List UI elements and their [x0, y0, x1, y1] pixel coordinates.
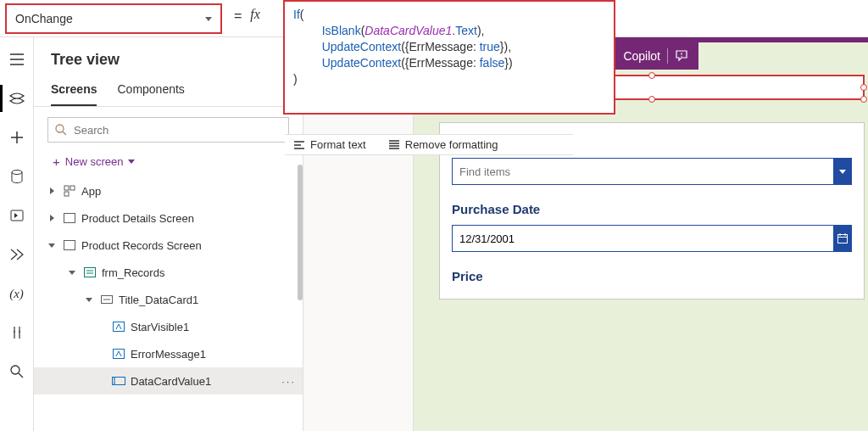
left-icon-rail: (x) — [0, 37, 34, 431]
screen-icon — [63, 211, 76, 225]
hamburger-icon[interactable] — [8, 51, 25, 68]
svg-point-3 — [56, 125, 64, 132]
tree-node-app[interactable]: App — [34, 177, 303, 204]
equals-label: = — [234, 8, 242, 24]
data-icon[interactable] — [8, 168, 25, 185]
search-icon[interactable] — [8, 363, 25, 380]
svg-point-0 — [12, 171, 22, 175]
svg-rect-7 — [64, 214, 75, 223]
dropdown-button[interactable] — [833, 159, 852, 184]
tree-list: App Product Details Screen Product Recor… — [34, 177, 303, 431]
tab-components[interactable]: Components — [117, 77, 184, 106]
search-icon — [55, 124, 67, 136]
formula-bar[interactable]: If( IsBlank(DataCardValue1.Text), Update… — [283, 0, 615, 115]
remove-format-icon — [388, 139, 400, 151]
tools-icon[interactable] — [8, 324, 25, 341]
tree-node-more-icon[interactable]: ··· — [281, 375, 296, 388]
insert-icon[interactable] — [8, 129, 25, 146]
manufacturer-input[interactable] — [459, 165, 828, 178]
media-icon[interactable] — [8, 207, 25, 224]
tree-tabs: Screens Components — [34, 77, 303, 107]
tree-search[interactable] — [47, 117, 289, 143]
svg-rect-9 — [85, 268, 96, 277]
fx-label: fx — [250, 7, 260, 22]
tree-node-datacardvalue1[interactable]: DataCardValue1 ··· — [34, 367, 303, 395]
variables-icon[interactable]: (x) — [8, 285, 25, 302]
svg-rect-4 — [64, 186, 69, 190]
chevron-down-icon — [128, 160, 135, 164]
calendar-icon — [837, 233, 848, 243]
resize-handle[interactable] — [648, 72, 655, 79]
chevron-down-icon — [205, 17, 212, 21]
formula-text[interactable]: If( IsBlank(DataCardValue1.Text), Update… — [285, 2, 614, 113]
svg-rect-6 — [64, 192, 69, 196]
svg-rect-15 — [838, 235, 848, 243]
remove-formatting-button[interactable]: Remove formatting — [388, 138, 498, 151]
resize-handle[interactable] — [648, 96, 655, 103]
tree-scrollbar[interactable] — [298, 165, 303, 300]
tree-node-frm-records[interactable]: frm_Records — [34, 259, 303, 286]
tree-view-panel: Tree view Screens Components + New scree… — [34, 37, 303, 431]
price-label: Price — [452, 269, 852, 283]
tree-view-title: Tree view — [34, 51, 303, 77]
label-icon — [112, 347, 125, 361]
formula-action-bar: Format text Remove formatting — [285, 134, 573, 155]
new-screen-button[interactable]: + New screen — [34, 149, 303, 177]
svg-rect-5 — [70, 186, 75, 190]
tree-view-icon[interactable] — [8, 90, 25, 107]
property-dropdown-value: OnChange — [15, 12, 73, 25]
svg-rect-8 — [64, 241, 75, 250]
svg-point-2 — [11, 366, 19, 374]
manufacturer-combobox[interactable] — [452, 158, 852, 185]
feedback-icon[interactable] — [675, 49, 688, 63]
property-dropdown[interactable]: OnChange — [5, 3, 222, 34]
tree-node-error-message[interactable]: ErrorMessage1 — [34, 340, 303, 367]
format-text-button[interactable]: Format text — [293, 138, 366, 151]
purchase-date-label: Purchase Date — [452, 202, 852, 216]
screen-icon — [63, 238, 76, 252]
datacard-icon — [100, 293, 114, 306]
tree-node-star-visible[interactable]: StarVisible1 — [34, 313, 303, 340]
app-icon — [63, 184, 76, 198]
tab-screens[interactable]: Screens — [51, 77, 97, 106]
form-icon — [83, 266, 97, 279]
power-automate-icon[interactable] — [8, 246, 25, 263]
tree-node-title-datacard[interactable]: Title_DataCard1 — [34, 286, 303, 313]
purchase-date-input[interactable] — [459, 232, 828, 245]
purchase-date-picker[interactable] — [452, 225, 852, 252]
resize-handle[interactable] — [860, 84, 867, 91]
calendar-button[interactable] — [833, 226, 852, 251]
tree-node-product-details[interactable]: Product Details Screen — [34, 204, 303, 232]
resize-handle[interactable] — [860, 96, 867, 103]
format-icon — [293, 139, 305, 151]
text-input-icon — [112, 374, 125, 388]
tree-search-input[interactable] — [74, 124, 281, 137]
tree-node-product-records[interactable]: Product Records Screen — [34, 232, 303, 259]
label-icon — [112, 320, 125, 333]
